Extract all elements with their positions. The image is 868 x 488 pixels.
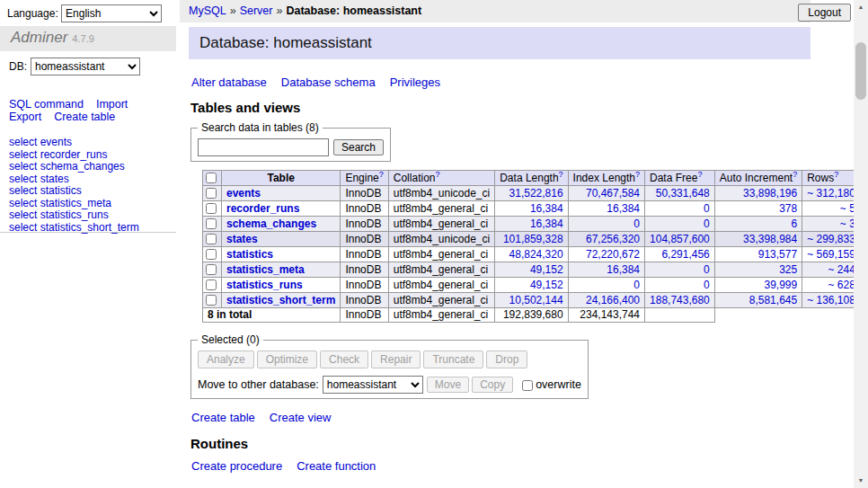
index-length-link[interactable]: 0 <box>633 279 640 291</box>
collation-cell: utf8mb4_general_ci <box>388 278 494 293</box>
rows-count-link[interactable]: ~ 244 <box>828 263 855 276</box>
sidebar-link-import[interactable]: Import <box>96 98 128 111</box>
language-select[interactable]: English <box>61 4 162 22</box>
data-length-link[interactable]: 48,824,320 <box>509 248 563 261</box>
data-length-link[interactable]: 49,152 <box>530 279 563 291</box>
rows-count-link[interactable]: ~ 136,108 <box>807 294 855 306</box>
data-length-link[interactable]: 10,502,144 <box>509 294 563 306</box>
link-create-procedure[interactable]: Create procedure <box>191 459 282 473</box>
sidebar-table-link[interactable]: select events <box>9 137 139 148</box>
data-length-link[interactable]: 31,522,816 <box>509 187 563 200</box>
data-length-link[interactable]: 16,384 <box>530 217 563 230</box>
row-checkbox[interactable] <box>206 279 217 290</box>
row-checkbox[interactable] <box>206 295 217 306</box>
row-checkbox[interactable] <box>206 249 217 260</box>
auto-increment-link[interactable]: 33,898,196 <box>743 187 797 200</box>
link-database-schema[interactable]: Database schema <box>281 75 376 89</box>
row-checkbox[interactable] <box>206 264 217 275</box>
select-all-checkbox[interactable] <box>206 173 217 183</box>
sidebar-link-create-table[interactable]: Create table <box>54 111 115 123</box>
selected-actions: AnalyzeOptimizeCheckRepairTruncateDrop <box>198 350 581 368</box>
sidebar-table-link[interactable]: select states <box>9 173 139 185</box>
link-alter-database[interactable]: Alter database <box>191 75 267 89</box>
index-length-link[interactable]: 16,384 <box>607 263 640 276</box>
auto-increment-link[interactable]: 325 <box>779 263 797 276</box>
link-privileges[interactable]: Privileges <box>390 75 440 89</box>
index-length-link[interactable]: 67,256,320 <box>586 233 640 245</box>
auto-increment-link[interactable]: 6 <box>791 217 797 230</box>
data-length-link[interactable]: 49,152 <box>530 263 563 276</box>
table-name-link[interactable]: events <box>226 187 261 200</box>
data-length-link[interactable]: 16,384 <box>530 202 563 215</box>
rows-count-link[interactable]: ~ 299,833 <box>807 233 855 245</box>
sidebar-table-link[interactable]: select schema_changes <box>9 161 139 173</box>
index-length-link[interactable]: 70,467,584 <box>586 187 640 200</box>
sidebar-table-link[interactable]: select statistics <box>9 185 139 197</box>
move-row: Move to other database:homeassistantMove… <box>198 376 581 394</box>
help-icon[interactable]: ? <box>559 170 563 179</box>
index-length-link[interactable]: 0 <box>633 217 640 230</box>
auto-increment-link[interactable]: 378 <box>779 202 797 215</box>
auto-increment-link[interactable]: 39,999 <box>764 279 797 291</box>
logout-button[interactable]: Logout <box>798 4 851 22</box>
data-free-link[interactable]: 50,331,648 <box>656 187 710 200</box>
index-length-link[interactable]: 16,384 <box>607 202 640 215</box>
link-create-view[interactable]: Create view <box>270 411 332 424</box>
link-create-table[interactable]: Create table <box>191 411 255 424</box>
data-length-link[interactable]: 101,859,328 <box>503 233 563 245</box>
help-icon[interactable]: ? <box>435 170 439 179</box>
auto-increment-link[interactable]: 913,577 <box>758 248 797 261</box>
row-checkbox[interactable] <box>206 203 217 214</box>
data-free-link[interactable]: 0 <box>704 202 710 215</box>
move-db-select[interactable]: homeassistant <box>323 376 423 394</box>
db-select[interactable]: homeassistant <box>31 58 140 75</box>
sidebar-table-link[interactable]: select recorder_runs <box>9 149 139 161</box>
table-name-link[interactable]: schema_changes <box>226 217 316 230</box>
table-name-link[interactable]: recorder_runs <box>226 202 299 215</box>
overwrite-checkbox[interactable] <box>522 380 533 391</box>
sidebar-table-link[interactable]: select statistics_meta <box>9 198 139 209</box>
table-name-link[interactable]: states <box>226 233 258 245</box>
search-button[interactable]: Search <box>333 139 384 155</box>
data-free-link[interactable]: 0 <box>704 217 710 230</box>
help-icon[interactable]: ? <box>635 170 640 179</box>
help-icon[interactable]: ? <box>379 170 384 179</box>
column-header-data-free: Data Free <box>650 172 697 184</box>
sidebar-table-list: select events select recorder_runs selec… <box>9 137 139 234</box>
table-name-link[interactable]: statistics <box>226 248 273 261</box>
help-icon[interactable]: ? <box>793 170 797 179</box>
sidebar-table-link[interactable]: select statistics_runs <box>9 209 139 221</box>
table-name-link[interactable]: statistics_meta <box>226 263 305 276</box>
auto-increment-link[interactable]: 8,581,645 <box>749 294 797 306</box>
data-free-link[interactable]: 0 <box>704 263 710 276</box>
scrollbar-thumb[interactable] <box>855 42 866 100</box>
index-length-link[interactable]: 24,166,400 <box>586 294 640 306</box>
breadcrumb-link-mysql[interactable]: MySQL <box>189 4 226 17</box>
row-checkbox[interactable] <box>206 234 217 244</box>
link-create-function[interactable]: Create function <box>297 459 376 473</box>
help-icon[interactable]: ? <box>697 170 702 179</box>
auto-increment-link[interactable]: 33,398,984 <box>743 233 797 245</box>
table-name-link[interactable]: statistics_runs <box>226 279 303 291</box>
index-length-link[interactable]: 72,220,672 <box>586 248 640 261</box>
data-free-link[interactable]: 188,743,680 <box>650 294 710 306</box>
adminer-logo[interactable]: Adminer <box>11 29 67 46</box>
rows-count-link[interactable]: ~ 628 <box>828 279 855 291</box>
data-free-link[interactable]: 6,291,456 <box>661 248 709 261</box>
scroll-up-icon[interactable]: ▲ <box>854 0 868 14</box>
rows-count-link[interactable]: ~ 569,159 <box>807 248 855 261</box>
table-name-link[interactable]: statistics_short_term <box>226 294 335 306</box>
breadcrumb-link-server[interactable]: Server <box>240 4 273 17</box>
breadcrumb: MySQL»Server»Database: homeassistant <box>180 0 810 22</box>
data-free-link[interactable]: 104,857,600 <box>650 233 710 245</box>
search-input[interactable] <box>198 138 329 156</box>
row-checkbox[interactable] <box>206 188 217 199</box>
scrollbar[interactable]: ▲ ▼ <box>854 0 868 488</box>
rows-count-link[interactable]: ~ 312,180 <box>807 187 855 200</box>
data-free-link[interactable]: 0 <box>704 279 710 291</box>
sidebar-link-export[interactable]: Export <box>9 111 41 123</box>
sidebar-link-sql-command[interactable]: SQL command <box>9 98 84 111</box>
help-icon[interactable]: ? <box>834 170 838 179</box>
scroll-down-icon[interactable]: ▼ <box>854 474 868 488</box>
row-checkbox[interactable] <box>206 218 217 229</box>
